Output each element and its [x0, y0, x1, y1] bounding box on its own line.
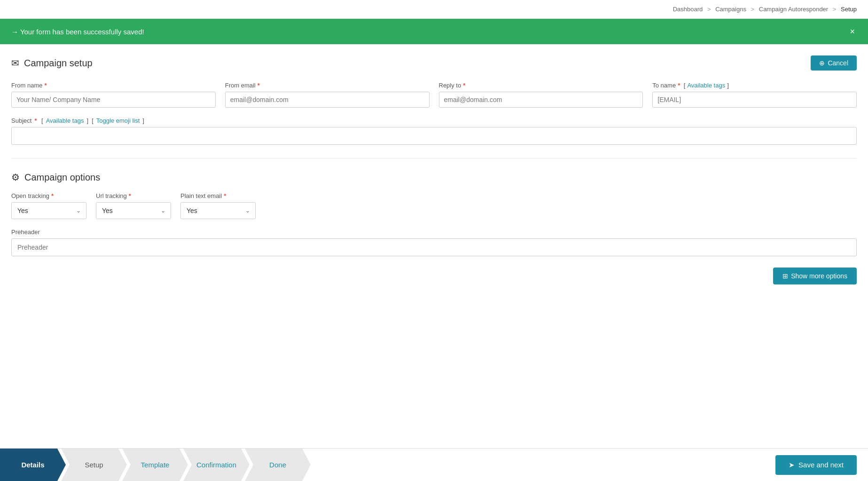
wizard-tab-template-label: Template: [141, 461, 170, 469]
section-divider: [11, 158, 857, 158]
envelope-icon: ✉: [11, 57, 19, 69]
wizard-tab-done-label: Done: [269, 461, 286, 469]
breadcrumb-sep-3: >: [831, 6, 838, 13]
wizard-tab-setup-label: Setup: [85, 461, 103, 469]
url-tracking-select-wrapper: Yes No ⌄: [96, 202, 171, 219]
show-more-options-container: ⊞ Show more options: [11, 268, 857, 284]
breadcrumb-sep-1: >: [705, 6, 712, 13]
plain-text-email-label: Plain text email *: [180, 192, 256, 199]
gear-icon: ⚙: [11, 172, 20, 183]
reply-to-label: Reply to *: [439, 82, 643, 89]
banner-close-button[interactable]: ×: [848, 27, 857, 36]
open-tracking-group: Open tracking * Yes No ⌄: [11, 192, 86, 219]
plain-text-select-wrapper: Yes No ⌄: [180, 202, 256, 219]
to-name-group: To name * [Available tags]: [652, 82, 857, 108]
main-content: ✉ Campaign setup ⊕ Cancel From name * Fr…: [0, 44, 868, 469]
reply-to-input[interactable]: [439, 92, 643, 108]
success-banner: → Your form has been successfully saved!…: [0, 19, 868, 44]
from-name-label: From name *: [11, 82, 216, 89]
wizard-tabs: Details Setup Template Confirmation Done: [0, 449, 306, 469]
wizard-tab-confirmation-label: Confirmation: [196, 461, 236, 469]
campaign-setup-header: ✉ Campaign setup ⊕ Cancel: [11, 55, 857, 71]
url-tracking-label: Url tracking *: [96, 192, 171, 199]
from-name-input[interactable]: [11, 92, 216, 108]
toggle-emoji-link[interactable]: Toggle emoji list: [96, 117, 140, 124]
wizard-tab-details-label: Details: [21, 461, 44, 469]
breadcrumb: Dashboard > Campaigns > Campaign Autores…: [0, 0, 868, 19]
cancel-button[interactable]: ⊕ Cancel: [811, 55, 857, 71]
bottom-bar: Details Setup Template Confirmation Done…: [0, 448, 868, 469]
subject-label: Subject * [Available tags] [Toggle emoji…: [11, 117, 857, 124]
breadcrumb-item-autoresponder[interactable]: Campaign Autoresponder: [759, 6, 828, 13]
breadcrumb-item-setup: Setup: [841, 6, 857, 13]
from-email-input[interactable]: [225, 92, 430, 108]
url-tracking-select[interactable]: Yes No: [96, 202, 171, 219]
save-next-icon: ➤: [789, 461, 795, 469]
breadcrumb-item-campaigns[interactable]: Campaigns: [715, 6, 746, 13]
open-tracking-select-wrapper: Yes No ⌄: [11, 202, 86, 219]
plus-box-icon: ⊞: [782, 272, 788, 280]
preheader-label: Preheader: [11, 229, 857, 236]
plain-text-email-select[interactable]: Yes No: [180, 202, 256, 219]
wizard-tab-setup[interactable]: Setup: [61, 449, 127, 469]
plain-text-email-group: Plain text email * Yes No ⌄: [180, 192, 256, 219]
from-email-group: From email *: [225, 82, 430, 108]
campaign-setup-form-row: From name * From email * Reply to * To n…: [11, 82, 857, 108]
campaign-options-title: ⚙ Campaign options: [11, 172, 857, 183]
wizard-tab-details[interactable]: Details: [0, 449, 66, 469]
reply-to-group: Reply to *: [439, 82, 643, 108]
subject-row: Subject * [Available tags] [Toggle emoji…: [11, 117, 857, 145]
from-name-group: From name *: [11, 82, 216, 108]
from-email-label: From email *: [225, 82, 430, 89]
subject-input[interactable]: Hi [FNAME], how are you?: [11, 127, 857, 145]
save-and-next-button[interactable]: ➤ Save and next: [775, 455, 857, 469]
success-message: → Your form has been successfully saved!: [11, 28, 144, 36]
url-tracking-group: Url tracking * Yes No ⌄: [96, 192, 171, 219]
show-more-options-button[interactable]: ⊞ Show more options: [773, 268, 857, 284]
to-name-available-tags-link[interactable]: Available tags: [687, 82, 725, 89]
to-name-input[interactable]: [652, 92, 857, 108]
open-tracking-label: Open tracking *: [11, 192, 86, 199]
breadcrumb-item-dashboard[interactable]: Dashboard: [673, 6, 703, 13]
preheader-input[interactable]: [11, 238, 857, 256]
subject-available-tags-link[interactable]: Available tags: [46, 117, 84, 124]
wizard-tab-done[interactable]: Done: [245, 449, 311, 469]
open-tracking-select[interactable]: Yes No: [11, 202, 86, 219]
tracking-row: Open tracking * Yes No ⌄ Url tracking * …: [11, 192, 857, 219]
wizard-tab-confirmation[interactable]: Confirmation: [183, 449, 250, 469]
breadcrumb-sep-2: >: [749, 6, 756, 13]
preheader-group: Preheader: [11, 229, 857, 256]
cancel-icon: ⊕: [819, 59, 825, 67]
wizard-tab-template[interactable]: Template: [122, 449, 188, 469]
to-name-label: To name * [Available tags]: [652, 82, 857, 89]
campaign-setup-title: ✉ Campaign setup: [11, 57, 93, 69]
